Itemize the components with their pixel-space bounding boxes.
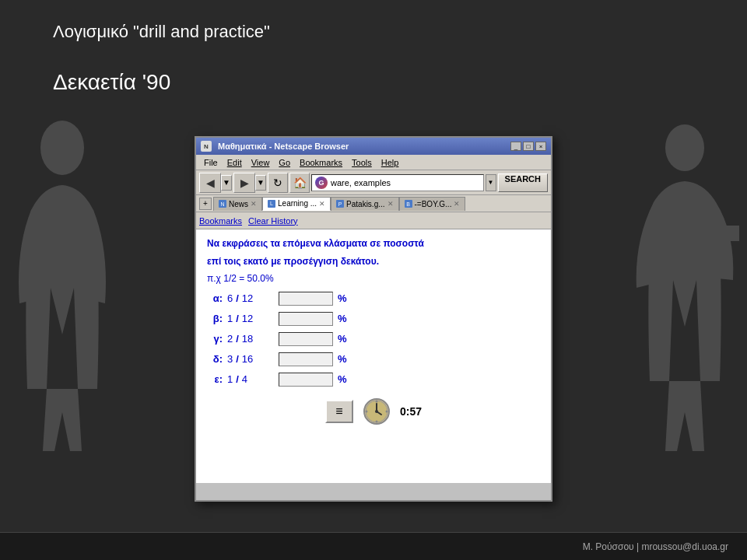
address-bar[interactable]: G ware, examples [311, 174, 484, 191]
num-alpha: 6 [227, 292, 233, 304]
answer-beta[interactable] [279, 312, 333, 326]
tab-patakis-icon: P [336, 200, 344, 208]
exercise-row-epsilon: ε: 1 / 4 % [207, 373, 540, 387]
den-epsilon: 4 [242, 373, 247, 385]
address-dropdown[interactable]: ▼ [486, 174, 496, 191]
fraction-epsilon: 1 / 4 [227, 373, 274, 385]
page-title: Λογισμικό "drill and practice" [53, 22, 270, 42]
close-button[interactable]: × [535, 142, 546, 151]
silhouette-left [16, 117, 109, 467]
footer-bar: Μ. Ρούσσου | mroussou@di.uoa.gr [0, 532, 747, 560]
tab-patakis[interactable]: P Patakis.g... ✕ [331, 197, 398, 211]
tab-bar: + N News ✕ L Learning ... ✕ P Patakis.g.… [196, 195, 551, 212]
svg-rect-2 [720, 226, 739, 241]
answer-epsilon[interactable] [279, 373, 333, 387]
home-button[interactable]: 🏠 [289, 173, 310, 193]
tab-boy[interactable]: B -=BOY.G... ✕ [399, 197, 466, 211]
bookmark-bar: Bookmarks Clear History [196, 212, 551, 229]
address-text: ware, examples [331, 178, 391, 187]
fraction-delta: 3 / 16 [227, 353, 274, 365]
svg-point-0 [40, 121, 84, 175]
tab-learning-label: Learning ... [278, 199, 317, 208]
bookmark-bookmarks[interactable]: Bookmarks [199, 216, 242, 226]
percent-delta: % [338, 353, 347, 365]
answer-alpha[interactable] [279, 292, 333, 306]
browser-window: N Μαθηματικά - Netscape Browser _ □ × Fi… [195, 136, 552, 502]
submit-button[interactable]: ≡ [325, 400, 353, 423]
den-beta: 12 [242, 313, 253, 324]
den-gamma: 18 [242, 333, 253, 345]
percent-gamma: % [338, 333, 347, 345]
tab-boy-close[interactable]: ✕ [454, 200, 460, 208]
answer-gamma[interactable] [279, 332, 333, 346]
maximize-button[interactable]: □ [523, 142, 534, 151]
tab-boy-icon: B [405, 200, 412, 208]
menu-help[interactable]: Help [377, 155, 404, 170]
label-beta: β: [207, 313, 223, 324]
new-tab-button[interactable]: + [199, 198, 212, 210]
minimize-button[interactable]: _ [510, 142, 521, 151]
menu-tools[interactable]: Tools [347, 155, 377, 170]
silhouette-right [630, 117, 739, 467]
address-icon: G [315, 177, 328, 189]
answer-delta[interactable] [279, 352, 333, 366]
slash-alpha: / [236, 292, 239, 304]
den-delta: 16 [242, 353, 253, 365]
menu-go[interactable]: Go [274, 155, 295, 170]
label-alpha: α: [207, 292, 223, 304]
svg-point-12 [385, 410, 388, 412]
menu-bar: File Edit View Go Bookmarks Tools Help [196, 155, 551, 170]
footer-text: Μ. Ρούσσου | mroussou@di.uoa.gr [583, 541, 728, 552]
num-gamma: 2 [227, 333, 233, 345]
slash-beta: / [236, 313, 239, 324]
navigation-toolbar: ◀ ▼ ▶ ▼ ↻ 🏠 G ware, examples ▼ SEARCH [196, 170, 551, 195]
window-title: Μαθηματικά - Netscape Browser [218, 142, 507, 151]
exercise-row-gamma: γ: 2 / 18 % [207, 332, 540, 346]
title-bar: N Μαθηματικά - Netscape Browser _ □ × [196, 138, 551, 155]
exercise-example: π.χ 1/2 = 50.0% [207, 273, 540, 284]
tab-news[interactable]: N News ✕ [213, 197, 262, 211]
svg-point-9 [375, 400, 377, 402]
tab-patakis-close[interactable]: ✕ [388, 200, 394, 208]
tab-boy-label: -=BOY.G... [415, 200, 452, 208]
exercise-instruction-1: Να εκφράσεις τα επόμενα κλάσματα σε ποσο… [207, 237, 540, 250]
percent-beta: % [338, 313, 347, 324]
forward-button[interactable]: ▶ [233, 173, 255, 193]
search-button[interactable]: SEARCH [498, 173, 548, 192]
clock-icon [363, 397, 391, 425]
svg-point-11 [365, 410, 367, 412]
tab-learning-icon: L [268, 200, 275, 208]
bookmark-clear-history[interactable]: Clear History [248, 216, 298, 226]
percent-alpha: % [338, 292, 347, 304]
menu-file[interactable]: File [199, 155, 223, 170]
address-bar-container: G ware, examples ▼ [311, 174, 496, 191]
slash-delta: / [236, 353, 239, 365]
svg-point-8 [375, 410, 378, 413]
den-alpha: 12 [242, 292, 253, 304]
fraction-alpha: 6 / 12 [227, 292, 274, 304]
svg-point-10 [375, 420, 377, 422]
exercise-row-beta: β: 1 / 12 % [207, 312, 540, 326]
exercise-controls: ≡ 0:57 [207, 397, 540, 425]
window-controls: _ □ × [510, 142, 546, 151]
back-dropdown[interactable]: ▼ [221, 175, 232, 191]
timer-display: 0:57 [400, 405, 422, 418]
reload-button[interactable]: ↻ [268, 173, 288, 193]
menu-edit[interactable]: Edit [223, 155, 247, 170]
tab-learning-close[interactable]: ✕ [319, 200, 325, 208]
label-gamma: γ: [207, 333, 223, 345]
menu-view[interactable]: View [247, 155, 275, 170]
tab-news-close[interactable]: ✕ [251, 200, 257, 208]
tab-patakis-label: Patakis.g... [346, 200, 384, 208]
percent-epsilon: % [338, 373, 347, 385]
tab-news-icon: N [219, 200, 226, 208]
forward-dropdown[interactable]: ▼ [255, 175, 266, 191]
exercise-instruction-2: επί τοις εκατό με προσέγγιση δεκάτου. [207, 255, 540, 268]
slash-gamma: / [236, 333, 239, 345]
browser-icon: N [201, 141, 212, 152]
label-delta: δ: [207, 353, 223, 365]
menu-bookmarks[interactable]: Bookmarks [295, 155, 347, 170]
back-button[interactable]: ◀ [199, 173, 221, 193]
tab-learning[interactable]: L Learning ... ✕ [262, 197, 331, 211]
fraction-gamma: 2 / 18 [227, 333, 274, 345]
